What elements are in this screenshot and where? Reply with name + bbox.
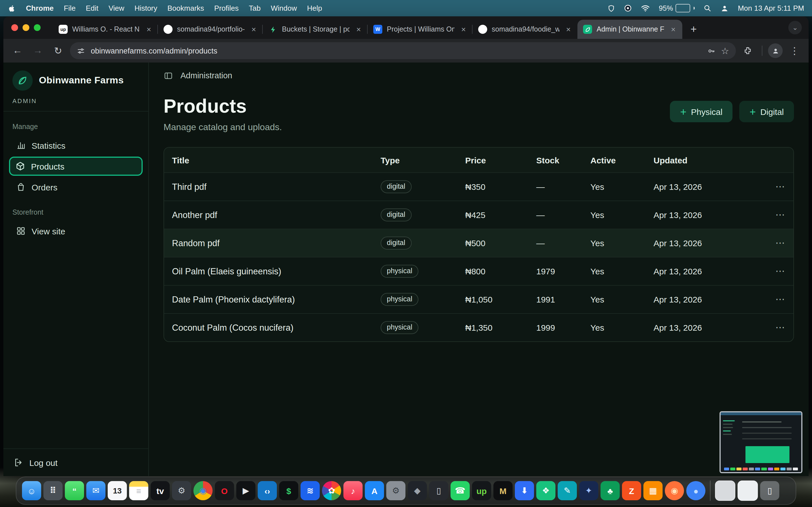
dock-system-dark-icon[interactable]: ⚙ [172,481,191,500]
dock-window-thumb-icon[interactable] [715,481,735,501]
back-button[interactable]: ← [9,42,26,59]
menu-profiles[interactable]: Profiles [214,4,239,12]
new-tab-button[interactable]: + [686,21,702,37]
dock-vscode-icon[interactable]: ‹› [258,481,277,500]
dock-media-dark-icon[interactable]: ▶ [236,481,255,500]
site-settings-icon[interactable] [77,47,85,55]
menu-edit[interactable]: Edit [86,4,98,12]
sidebar-item-products[interactable]: Products [9,157,143,176]
tab-search-chevron-icon[interactable]: ⌄ [788,21,802,34]
dock-zed-orange-icon[interactable]: Z [622,481,641,500]
dock-ball-blue-icon[interactable]: ● [686,481,705,500]
dock-music-icon[interactable]: ♪ [343,481,363,500]
dock-files-dark-icon[interactable]: ◆ [408,481,427,500]
dock-plant-green-icon[interactable]: ♣ [601,481,620,500]
zoom-window-button[interactable] [34,24,41,31]
shield-menu-icon[interactable] [608,4,615,12]
dock-grid-orange-icon[interactable]: ▦ [644,481,663,500]
dock-messages-icon[interactable]: “ [65,481,84,500]
dock-calendar-icon[interactable]: 13 [108,481,127,500]
row-actions-button[interactable]: ⋯ [758,181,785,193]
table-row[interactable]: Random pdf digital ₦500 — Yes Apr 13, 20… [164,229,794,257]
row-actions-button[interactable]: ⋯ [758,237,785,249]
row-actions-button[interactable]: ⋯ [758,322,785,334]
menu-tab[interactable]: Tab [249,4,261,12]
dock-mail-icon[interactable]: ✉ [86,481,105,500]
menu-bar-clock[interactable]: Mon 13 Apr 5:11 PM [738,4,804,12]
wifi-icon[interactable] [641,3,651,13]
extensions-icon[interactable] [739,42,756,59]
table-row[interactable]: Oil Palm (Elaeis guineensis) physical ₦8… [164,257,794,285]
table-row[interactable]: Another pdf digital ₦425 — Yes Apr 13, 2… [164,201,794,229]
forward-button[interactable]: → [29,42,46,59]
menu-file[interactable]: File [64,4,75,12]
row-actions-button[interactable]: ⋯ [758,293,785,305]
sidebar-item-orders[interactable]: Orders [10,178,142,196]
dock-settings-gear-icon[interactable]: ⚙ [386,481,405,500]
ring-menu-icon[interactable] [624,4,632,12]
menu-view[interactable]: View [109,4,124,12]
row-actions-button[interactable]: ⋯ [758,265,785,277]
dock-whatsapp-icon[interactable]: ☎ [451,481,470,500]
dock-opera-icon[interactable]: O [215,481,234,500]
dock-app-store-icon[interactable]: A [365,481,384,500]
dock-pen-teal-icon[interactable]: ✎ [558,481,577,500]
tab-close-icon[interactable]: × [354,25,363,34]
dock-upwork-icon[interactable]: up [472,481,491,500]
logout-button[interactable]: Log out [3,448,148,476]
menu-bookmarks[interactable]: Bookmarks [167,4,204,12]
screen-share-pip-window[interactable] [719,411,802,473]
dock-document-thumb-icon[interactable] [738,481,758,501]
tab-close-icon[interactable]: × [249,25,258,34]
tab-upwork[interactable]: up Williams O. - React Nati × [53,20,158,39]
dock-compass-navy-icon[interactable]: ✦ [579,481,598,500]
sidebar-item-view-site[interactable]: View site [10,222,142,240]
menu-window[interactable]: Window [271,4,297,12]
tab-portfolio[interactable]: somadina94/portfolio-w × [158,20,263,39]
user-switch-icon[interactable] [720,4,729,13]
sidebar-item-statistics[interactable]: Statistics [10,136,142,154]
dock-photos-icon[interactable]: ✿ [322,481,341,500]
browser-menu-icon[interactable]: ⋮ [786,42,803,59]
close-window-button[interactable] [11,24,18,31]
profile-avatar[interactable] [768,43,783,58]
menu-app-name[interactable]: Chrome [26,4,54,12]
dock-docker-icon[interactable]: ≋ [301,481,320,500]
minimize-window-button[interactable] [22,24,29,31]
tab-storage[interactable]: Buckets | Storage | port × [263,20,368,39]
dock-downloads-blue-icon[interactable]: ⬇ [515,481,534,500]
dock-trash-icon[interactable]: ▯ [760,481,779,500]
dock-firefox-icon[interactable]: ◉ [665,481,684,500]
tab-projects[interactable]: W Projects | Williams Onua × [368,20,472,39]
dock-grid-green-icon[interactable]: ❖ [536,481,555,500]
dock-launchpad-icon[interactable]: ⠿ [43,481,63,500]
tab-close-icon[interactable]: × [144,25,153,34]
reload-button[interactable]: ↻ [50,42,66,59]
tab-admin-active[interactable]: Admin | Obinwanne Farm × [577,20,682,39]
dock-monarch-icon[interactable]: M [493,481,513,500]
add-physical-button[interactable]: + Physical [670,101,732,122]
bookmark-star-icon[interactable]: ☆ [721,45,729,56]
address-bar[interactable]: obinwannefarms.com/admin/products ☆ [70,42,736,59]
dock-apple-tv-icon[interactable]: tv [151,481,170,500]
menu-history[interactable]: History [135,4,157,12]
password-key-icon[interactable] [707,47,715,55]
battery-indicator[interactable]: 95% [659,4,695,12]
dock-phone-mirroring-icon[interactable]: ▯ [429,481,448,500]
tab-close-icon[interactable]: × [669,25,678,34]
dock-notes-icon[interactable]: ≡ [129,481,148,500]
apple-menu-icon[interactable] [8,4,16,12]
dock-terminal-icon[interactable]: $ [279,481,298,500]
tab-close-icon[interactable]: × [459,25,468,34]
table-row[interactable]: Coconut Palm (Cocos nucifera) physical ₦… [164,313,794,341]
sidebar-toggle-icon[interactable] [163,71,173,80]
tab-foodie[interactable]: somadina94/foodie_wel × [472,20,577,39]
menu-help[interactable]: Help [307,4,322,12]
tab-close-icon[interactable]: × [564,25,573,34]
dock-chrome-icon[interactable]: ◉ [193,481,213,500]
table-row[interactable]: Date Palm (Phoenix dactylifera) physical… [164,285,794,313]
add-digital-button[interactable]: + Digital [739,101,794,122]
table-row[interactable]: Third pdf digital ₦350 — Yes Apr 13, 202… [164,172,794,201]
spotlight-icon[interactable] [703,4,712,12]
row-actions-button[interactable]: ⋯ [758,209,785,221]
